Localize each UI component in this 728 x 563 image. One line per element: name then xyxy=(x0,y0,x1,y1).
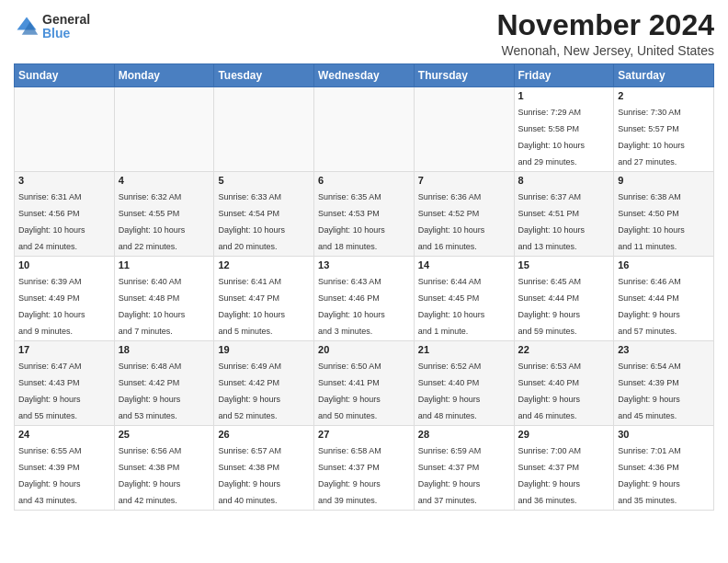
day-info: Sunrise: 6:54 AM Sunset: 4:39 PM Dayligh… xyxy=(618,362,681,420)
day-number: 27 xyxy=(318,429,410,440)
day-number: 19 xyxy=(218,344,310,355)
calendar-cell: 18Sunrise: 6:48 AM Sunset: 4:42 PM Dayli… xyxy=(114,341,214,426)
day-info: Sunrise: 6:56 AM Sunset: 4:38 PM Dayligh… xyxy=(119,446,182,505)
calendar-cell: 4Sunrise: 6:32 AM Sunset: 4:55 PM Daylig… xyxy=(114,172,214,257)
calendar-cell: 24Sunrise: 6:55 AM Sunset: 4:39 PM Dayli… xyxy=(15,426,115,511)
calendar-cell: 2Sunrise: 7:30 AM Sunset: 5:57 PM Daylig… xyxy=(614,87,714,172)
day-number: 2 xyxy=(618,90,710,101)
calendar-cell: 27Sunrise: 6:58 AM Sunset: 4:37 PM Dayli… xyxy=(314,426,415,511)
calendar-cell: 3Sunrise: 6:31 AM Sunset: 4:56 PM Daylig… xyxy=(15,172,115,257)
calendar-cell xyxy=(414,87,514,172)
day-info: Sunrise: 6:32 AM Sunset: 4:55 PM Dayligh… xyxy=(119,192,186,251)
day-info: Sunrise: 7:01 AM Sunset: 4:36 PM Dayligh… xyxy=(618,446,681,505)
day-number: 28 xyxy=(418,429,510,440)
calendar-cell: 9Sunrise: 6:38 AM Sunset: 4:50 PM Daylig… xyxy=(614,172,714,257)
calendar-table: SundayMondayTuesdayWednesdayThursdayFrid… xyxy=(14,63,714,511)
calendar-cell: 10Sunrise: 6:39 AM Sunset: 4:49 PM Dayli… xyxy=(15,257,115,341)
calendar-cell xyxy=(314,87,415,172)
calendar-week-5: 24Sunrise: 6:55 AM Sunset: 4:39 PM Dayli… xyxy=(15,426,714,511)
col-header-saturday: Saturday xyxy=(614,64,714,87)
calendar-cell: 20Sunrise: 6:50 AM Sunset: 4:41 PM Dayli… xyxy=(314,341,415,426)
day-number: 13 xyxy=(318,259,410,270)
logo-blue: Blue xyxy=(42,27,90,40)
col-header-sunday: Sunday xyxy=(15,64,115,87)
calendar-cell: 23Sunrise: 6:54 AM Sunset: 4:39 PM Dayli… xyxy=(614,341,714,426)
day-number: 30 xyxy=(618,429,710,440)
day-number: 20 xyxy=(318,344,410,355)
day-number: 18 xyxy=(119,344,210,355)
day-number: 11 xyxy=(119,259,210,270)
day-info: Sunrise: 6:59 AM Sunset: 4:37 PM Dayligh… xyxy=(418,446,482,505)
day-info: Sunrise: 6:57 AM Sunset: 4:38 PM Dayligh… xyxy=(218,446,281,505)
day-info: Sunrise: 6:49 AM Sunset: 4:42 PM Dayligh… xyxy=(218,362,281,420)
calendar-cell: 25Sunrise: 6:56 AM Sunset: 4:38 PM Dayli… xyxy=(114,426,214,511)
calendar-cell: 15Sunrise: 6:45 AM Sunset: 4:44 PM Dayli… xyxy=(514,257,614,341)
col-header-friday: Friday xyxy=(514,64,614,87)
day-info: Sunrise: 6:44 AM Sunset: 4:45 PM Dayligh… xyxy=(418,277,485,336)
day-info: Sunrise: 6:31 AM Sunset: 4:56 PM Dayligh… xyxy=(18,192,85,251)
header: General Blue November 2024 Wenonah, New … xyxy=(14,9,714,58)
day-number: 29 xyxy=(518,429,610,440)
logo-icon xyxy=(14,14,40,40)
day-number: 21 xyxy=(418,344,510,355)
calendar-cell xyxy=(15,87,115,172)
day-number: 15 xyxy=(518,259,610,270)
day-number: 10 xyxy=(18,259,110,270)
day-info: Sunrise: 6:39 AM Sunset: 4:49 PM Dayligh… xyxy=(18,277,85,336)
day-info: Sunrise: 6:58 AM Sunset: 4:37 PM Dayligh… xyxy=(318,446,381,505)
day-number: 9 xyxy=(618,175,710,186)
calendar-cell: 14Sunrise: 6:44 AM Sunset: 4:45 PM Dayli… xyxy=(414,257,514,341)
location: Wenonah, New Jersey, United States xyxy=(496,43,714,58)
day-info: Sunrise: 6:48 AM Sunset: 4:42 PM Dayligh… xyxy=(119,362,182,420)
calendar-week-2: 3Sunrise: 6:31 AM Sunset: 4:56 PM Daylig… xyxy=(15,172,714,257)
day-number: 3 xyxy=(18,175,110,186)
day-number: 25 xyxy=(119,429,210,440)
day-number: 6 xyxy=(318,175,410,186)
day-number: 24 xyxy=(18,429,110,440)
calendar-cell: 7Sunrise: 6:36 AM Sunset: 4:52 PM Daylig… xyxy=(414,172,514,257)
day-info: Sunrise: 7:29 AM Sunset: 5:58 PM Dayligh… xyxy=(518,108,586,167)
day-info: Sunrise: 6:36 AM Sunset: 4:52 PM Dayligh… xyxy=(418,192,485,251)
calendar-cell: 16Sunrise: 6:46 AM Sunset: 4:44 PM Dayli… xyxy=(614,257,714,341)
day-info: Sunrise: 6:40 AM Sunset: 4:48 PM Dayligh… xyxy=(119,277,186,336)
logo-text: General Blue xyxy=(42,13,90,41)
day-number: 26 xyxy=(218,429,310,440)
day-info: Sunrise: 6:53 AM Sunset: 4:40 PM Dayligh… xyxy=(518,362,582,420)
calendar-header-row: SundayMondayTuesdayWednesdayThursdayFrid… xyxy=(15,64,714,87)
day-number: 12 xyxy=(218,259,310,270)
month-title: November 2024 xyxy=(496,9,714,41)
calendar-cell: 22Sunrise: 6:53 AM Sunset: 4:40 PM Dayli… xyxy=(514,341,614,426)
day-number: 14 xyxy=(418,259,510,270)
day-info: Sunrise: 6:43 AM Sunset: 4:46 PM Dayligh… xyxy=(318,277,385,336)
day-info: Sunrise: 6:37 AM Sunset: 4:51 PM Dayligh… xyxy=(518,192,586,251)
day-info: Sunrise: 7:00 AM Sunset: 4:37 PM Dayligh… xyxy=(518,446,582,505)
day-number: 1 xyxy=(518,90,610,101)
day-number: 8 xyxy=(518,175,610,186)
calendar-cell: 29Sunrise: 7:00 AM Sunset: 4:37 PM Dayli… xyxy=(514,426,614,511)
day-number: 7 xyxy=(418,175,510,186)
day-info: Sunrise: 7:30 AM Sunset: 5:57 PM Dayligh… xyxy=(618,108,685,167)
calendar-cell: 5Sunrise: 6:33 AM Sunset: 4:54 PM Daylig… xyxy=(214,172,314,257)
calendar-cell: 12Sunrise: 6:41 AM Sunset: 4:47 PM Dayli… xyxy=(214,257,314,341)
calendar-cell: 21Sunrise: 6:52 AM Sunset: 4:40 PM Dayli… xyxy=(414,341,514,426)
calendar-cell xyxy=(214,87,314,172)
day-info: Sunrise: 6:38 AM Sunset: 4:50 PM Dayligh… xyxy=(618,192,685,251)
calendar-cell: 19Sunrise: 6:49 AM Sunset: 4:42 PM Dayli… xyxy=(214,341,314,426)
day-info: Sunrise: 6:47 AM Sunset: 4:43 PM Dayligh… xyxy=(18,362,82,420)
day-number: 16 xyxy=(618,259,710,270)
page: General Blue November 2024 Wenonah, New … xyxy=(0,0,728,563)
day-info: Sunrise: 6:55 AM Sunset: 4:39 PM Dayligh… xyxy=(18,446,82,505)
col-header-tuesday: Tuesday xyxy=(214,64,314,87)
calendar-cell: 11Sunrise: 6:40 AM Sunset: 4:48 PM Dayli… xyxy=(114,257,214,341)
calendar-cell: 28Sunrise: 6:59 AM Sunset: 4:37 PM Dayli… xyxy=(414,426,514,511)
logo: General Blue xyxy=(14,13,90,41)
day-number: 4 xyxy=(119,175,210,186)
calendar-cell: 6Sunrise: 6:35 AM Sunset: 4:53 PM Daylig… xyxy=(314,172,415,257)
calendar-cell: 17Sunrise: 6:47 AM Sunset: 4:43 PM Dayli… xyxy=(15,341,115,426)
day-number: 5 xyxy=(218,175,310,186)
calendar-cell: 26Sunrise: 6:57 AM Sunset: 4:38 PM Dayli… xyxy=(214,426,314,511)
col-header-wednesday: Wednesday xyxy=(314,64,415,87)
calendar-cell: 1Sunrise: 7:29 AM Sunset: 5:58 PM Daylig… xyxy=(514,87,614,172)
day-info: Sunrise: 6:50 AM Sunset: 4:41 PM Dayligh… xyxy=(318,362,381,420)
day-number: 17 xyxy=(18,344,110,355)
